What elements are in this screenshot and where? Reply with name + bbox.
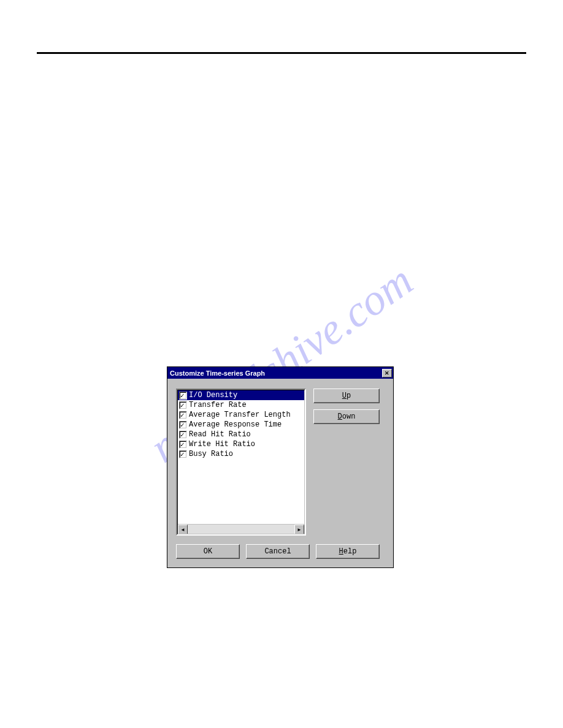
dialog-action-buttons: OK Cancel Help (176, 544, 385, 559)
cancel-button[interactable]: Cancel (246, 544, 310, 559)
list-item[interactable]: ✓ I/O Density (178, 390, 304, 400)
scroll-right-icon[interactable]: ► (294, 525, 304, 534)
list-item[interactable]: ✓ Transfer Rate (178, 400, 304, 410)
list-item-label: Write Hit Ratio (189, 440, 255, 449)
down-button[interactable]: Down (313, 409, 380, 424)
listbox-items: ✓ I/O Density ✓ Transfer Rate ✓ Average … (178, 390, 304, 524)
page-top-rule (37, 52, 526, 54)
dialog-titlebar[interactable]: Customize Time-series Graph ✕ (167, 367, 393, 379)
reorder-buttons: Up Down (313, 389, 380, 536)
list-item-label: Transfer Rate (189, 401, 247, 409)
dialog-title: Customize Time-series Graph (170, 370, 265, 377)
checkbox[interactable]: ✓ (179, 401, 187, 409)
checkbox[interactable]: ✓ (179, 421, 187, 429)
horizontal-scrollbar[interactable]: ◄ ► (178, 524, 304, 534)
list-item[interactable]: ✓ Write Hit Ratio (178, 439, 304, 449)
up-button[interactable]: Up (313, 389, 380, 403)
content-row: ✓ I/O Density ✓ Transfer Rate ✓ Average … (176, 389, 385, 536)
list-item[interactable]: ✓ Busy Ratio (178, 449, 304, 459)
list-item[interactable]: ✓ Average Response Time (178, 420, 304, 430)
list-item-label: Read Hit Ratio (189, 430, 251, 439)
close-icon[interactable]: ✕ (382, 369, 392, 377)
ok-button[interactable]: OK (176, 544, 240, 559)
customize-timeseries-dialog: Customize Time-series Graph ✕ ✓ I/O Dens… (167, 366, 394, 568)
list-item-label: Average Response Time (189, 420, 282, 429)
dialog-body: ✓ I/O Density ✓ Transfer Rate ✓ Average … (167, 379, 393, 567)
help-button[interactable]: Help (316, 544, 380, 559)
checkbox[interactable]: ✓ (179, 450, 187, 458)
list-item-label: I/O Density (189, 391, 237, 400)
checkbox[interactable]: ✓ (179, 441, 187, 449)
scroll-track[interactable] (188, 525, 294, 534)
checkbox[interactable]: ✓ (179, 392, 187, 400)
list-item[interactable]: ✓ Read Hit Ratio (178, 430, 304, 439)
list-item-label: Busy Ratio (189, 450, 233, 458)
list-item-label: Average Transfer Length (189, 411, 291, 419)
checkbox[interactable]: ✓ (179, 431, 187, 439)
scroll-left-icon[interactable]: ◄ (178, 525, 188, 534)
metrics-listbox[interactable]: ✓ I/O Density ✓ Transfer Rate ✓ Average … (176, 389, 306, 536)
list-item[interactable]: ✓ Average Transfer Length (178, 410, 304, 420)
checkbox[interactable]: ✓ (179, 411, 187, 419)
